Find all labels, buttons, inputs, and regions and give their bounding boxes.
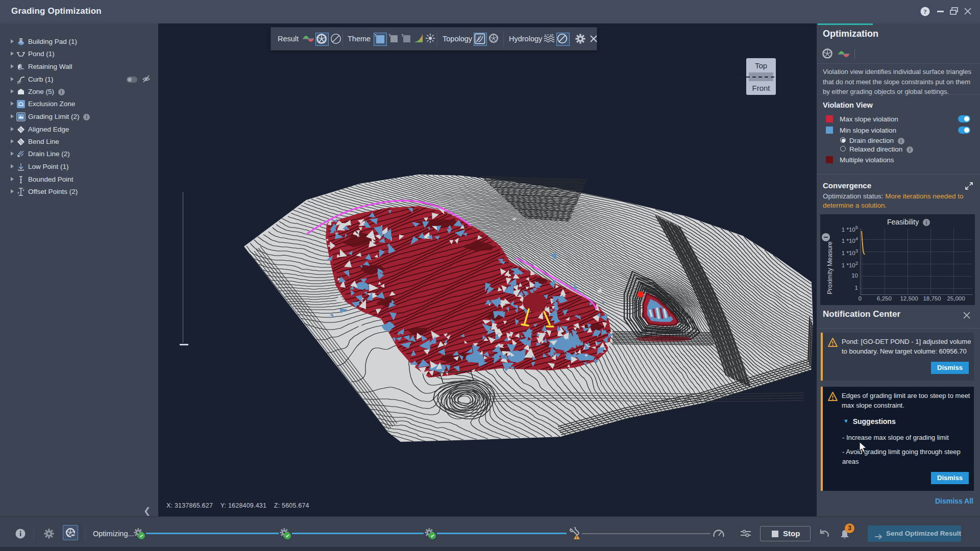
svg-text:Top: Top — [755, 61, 767, 70]
svg-text:Front: Front — [752, 84, 770, 92]
svg-text:?: ? — [923, 8, 927, 15]
